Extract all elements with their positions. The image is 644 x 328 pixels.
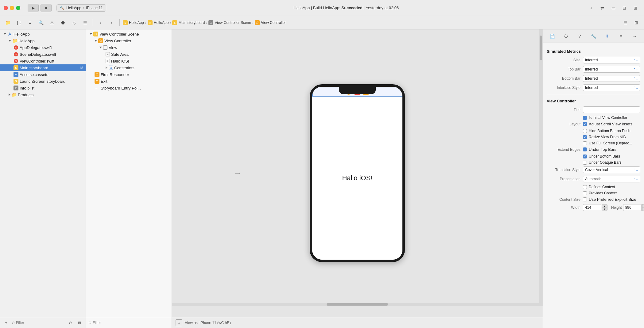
- defines-context-checkbox[interactable]: [583, 185, 587, 189]
- scene-item-storyboard-entry[interactable]: → Storyboard Entry Poi...: [86, 85, 172, 91]
- file-item-launchscreen[interactable]: S LaunchScreen.storyboard: [0, 78, 86, 85]
- filter-button[interactable]: ⊙ Filter: [88, 321, 101, 325]
- scene-item-constraints[interactable]: ⊞ Constraints: [86, 64, 172, 71]
- width-decrement[interactable]: ▼: [602, 208, 607, 211]
- top-bar-select[interactable]: Inferred ⌃⌄: [583, 66, 640, 73]
- size-select[interactable]: Inferred ⌃⌄: [583, 57, 640, 63]
- height-input[interactable]: 896: [623, 204, 642, 211]
- bc-vc[interactable]: View Controller: [261, 21, 286, 25]
- scene-item-safe-area[interactable]: S Safe Area: [86, 51, 172, 58]
- bc-storyboard[interactable]: Main.storyboard: [178, 21, 205, 25]
- nav-warning-icon[interactable]: ⚠: [47, 18, 56, 27]
- nav-breakpoint-icon[interactable]: ◇: [69, 18, 79, 27]
- scene-item-vc[interactable]: ⬡ View Controller: [86, 37, 172, 44]
- transition-select[interactable]: Cover Vertical ⌃⌄: [583, 166, 640, 173]
- bc-root[interactable]: HelloApp: [129, 21, 144, 25]
- file-item-viewcontroller[interactable]: S ViewController.swift: [0, 58, 86, 64]
- stop-button[interactable]: ■: [41, 4, 52, 12]
- nav-symbol-icon[interactable]: { }: [14, 18, 23, 27]
- insp-help-icon[interactable]: ?: [575, 32, 585, 40]
- nav-hierarchy-icon[interactable]: ≡: [25, 18, 34, 27]
- info-button[interactable]: ⊞: [76, 319, 83, 326]
- height-spinner[interactable]: 896 ▲ ▼: [623, 204, 644, 211]
- bc-folder[interactable]: HelloApp: [154, 21, 169, 25]
- insp-attributes-icon[interactable]: 🔧: [588, 32, 598, 40]
- nav-folder-icon[interactable]: 📁: [3, 18, 12, 27]
- nav-search-icon[interactable]: 🔍: [36, 18, 45, 27]
- canvas-scrollbar[interactable]: [539, 29, 543, 306]
- prev-button[interactable]: ‹: [96, 18, 105, 27]
- resize-nib-checkbox[interactable]: ✓: [583, 135, 587, 139]
- presentation-select[interactable]: Automatic ⌃⌄: [583, 176, 640, 182]
- next-button[interactable]: ›: [107, 18, 116, 27]
- close-button[interactable]: [4, 6, 8, 10]
- back-forward-icon[interactable]: ⇄: [597, 4, 607, 12]
- fullscreen-button[interactable]: [16, 6, 20, 10]
- interface-style-select[interactable]: Inferred ⌃⌄: [583, 84, 640, 91]
- scene-item-vc-scene[interactable]: ⬡ View Controller Scene: [86, 31, 172, 37]
- under-opaque-bars-checkbox[interactable]: [583, 161, 587, 165]
- insp-identity-icon[interactable]: ⬇: [602, 32, 612, 40]
- add-button[interactable]: +: [586, 4, 596, 12]
- file-item-scenedelegate[interactable]: S SceneDelegate.swift: [0, 51, 86, 58]
- build-status: HelloApp | Build HelloApp: Succeeded | Y…: [109, 6, 584, 10]
- canvas-size-toggle[interactable]: □: [176, 319, 182, 326]
- insp-size-icon[interactable]: ≡: [616, 32, 626, 40]
- layout-triple-icon[interactable]: ⊞: [630, 4, 640, 12]
- width-increment[interactable]: ▲: [602, 204, 607, 208]
- add-file-button[interactable]: +: [2, 319, 10, 326]
- filter-button[interactable]: ⊙ Filter: [12, 321, 24, 325]
- full-screen-checkbox[interactable]: [583, 141, 587, 145]
- insp-connections-icon[interactable]: →: [630, 32, 640, 40]
- nav-report-icon[interactable]: ☰: [80, 18, 90, 27]
- under-top-bars-checkbox[interactable]: ✓: [583, 147, 587, 151]
- scheme-selector[interactable]: 🔨 HelloApp › iPhone 11: [56, 4, 106, 12]
- file-name: Assets.xcassets: [20, 72, 48, 77]
- insp-clock-icon[interactable]: ⏱: [561, 32, 571, 40]
- toolbar-add-editor-icon[interactable]: ⊞: [632, 18, 641, 27]
- preferred-size-checkbox[interactable]: [583, 197, 587, 201]
- width-spinner[interactable]: 414 ▲ ▼: [583, 204, 607, 211]
- scene-item-hallo-label[interactable]: L Hallo iOS!: [86, 58, 172, 64]
- canvas-content[interactable]: → Hallo iOS!: [172, 29, 543, 317]
- canvas-scrollbar-thumb: [540, 36, 542, 60]
- file-item-infoplist[interactable]: P Info.plist: [0, 85, 86, 91]
- file-item-assets[interactable]: A Assets.xcassets: [0, 71, 86, 78]
- canvas-bottom-scrollbar[interactable]: [172, 303, 543, 306]
- layout-split-icon[interactable]: ⊟: [619, 4, 629, 12]
- height-decrement[interactable]: ▼: [642, 208, 644, 211]
- title-bar-right: + ⇄ ▭ ⊟ ⊞: [586, 4, 640, 12]
- file-item-main-storyboard[interactable]: S Main.storyboard M: [0, 64, 86, 71]
- bc-scene[interactable]: View Controller Scene: [215, 21, 251, 25]
- bottom-bar-select[interactable]: Inferred ⌃⌄: [583, 75, 640, 82]
- scene-item-view[interactable]: View: [86, 44, 172, 51]
- field-label-content-size: Content Size: [547, 197, 580, 202]
- nav-bookmark-icon[interactable]: ⬟: [58, 18, 68, 27]
- insp-file-icon[interactable]: 📄: [547, 32, 557, 40]
- file-item-helloapp-group[interactable]: 📁 HelloApp: [0, 37, 86, 44]
- run-button[interactable]: ▶: [28, 4, 39, 12]
- file-item-products[interactable]: 📁 Products: [0, 91, 86, 98]
- hide-bottom-checkbox[interactable]: [583, 129, 587, 133]
- minimize-button[interactable]: [10, 6, 14, 10]
- height-increment[interactable]: ▲: [642, 204, 644, 208]
- file-badge: M: [80, 66, 83, 70]
- title-input[interactable]: [583, 106, 640, 113]
- adjust-scroll-checkbox[interactable]: ✓: [583, 122, 587, 126]
- checkbox-row-under-bottom: ✓ Under Bottom Bars: [583, 154, 640, 158]
- scene-label: First Responder: [101, 72, 129, 77]
- scene-item-first-responder[interactable]: ⬡ First Responder: [86, 71, 172, 78]
- checkbox-row-provides-context: Provides Context: [583, 191, 640, 195]
- history-button[interactable]: ⊙: [67, 319, 74, 326]
- file-item-appdelegate[interactable]: S AppDelegate.swift: [0, 44, 86, 51]
- initial-vc-checkbox[interactable]: ✓: [583, 116, 587, 120]
- file-name: Products: [18, 93, 33, 97]
- layout-single-icon[interactable]: ▭: [608, 4, 618, 12]
- file-item-helloapp-project[interactable]: A HelloApp: [0, 31, 86, 37]
- provides-context-checkbox[interactable]: [583, 191, 587, 195]
- width-input[interactable]: 414: [583, 204, 601, 211]
- toolbar-menu-icon[interactable]: ☰: [621, 18, 630, 27]
- field-value-layout: ✓ Adjust Scroll View Insets: [583, 122, 640, 126]
- under-bottom-bars-checkbox[interactable]: ✓: [583, 154, 587, 158]
- scene-item-exit[interactable]: ⬡ Exit: [86, 78, 172, 85]
